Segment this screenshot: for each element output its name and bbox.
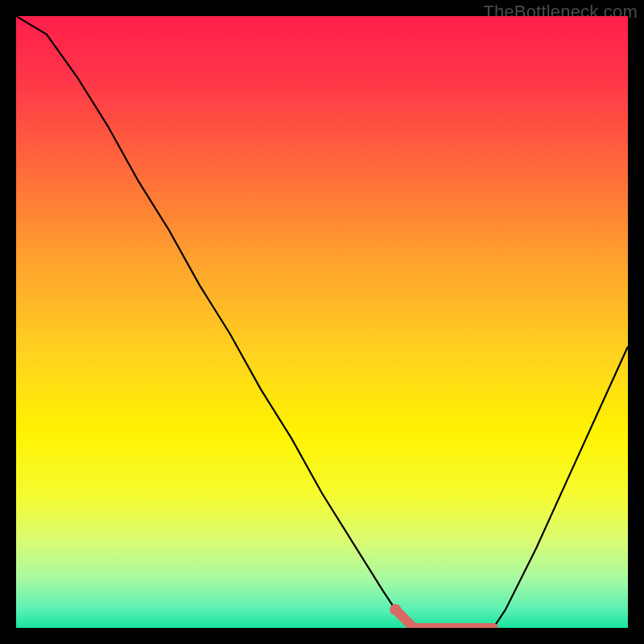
- optimal-range-start-dot: [390, 604, 401, 615]
- bottleneck-chart: [16, 16, 628, 628]
- chart-frame: [16, 16, 628, 628]
- plot-background: [16, 16, 628, 628]
